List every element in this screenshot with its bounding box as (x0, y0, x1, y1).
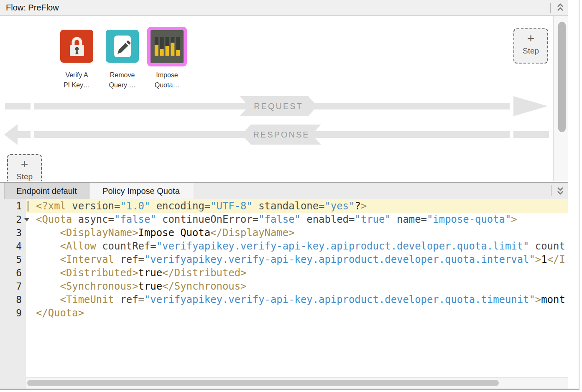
flow-header: Flow: PreFlow (0, 0, 568, 16)
code-lines: 1<?xml version="1.0" encoding="UTF-8" st… (0, 199, 568, 320)
code-line-text: <Allow countRef="verifyapikey.verify-api… (26, 239, 568, 253)
tab-endpoint-default[interactable]: Endpoint default (4, 183, 89, 199)
code-line-text: <DisplayName>Impose Quota</DisplayName> (26, 226, 568, 239)
tabbar-separator (551, 185, 551, 196)
add-step-button-top[interactable]: + Step (513, 28, 548, 64)
scrollbar-thumb[interactable] (558, 22, 566, 132)
code-line[interactable]: 5 <Interval ref="verifyapikey.verify-api… (0, 253, 568, 266)
line-number: 6 (0, 266, 26, 280)
request-label: REQUEST (254, 102, 303, 111)
policy-step-label: ImposeQuota… (140, 70, 194, 90)
plus-icon: + (527, 31, 535, 46)
code-line[interactable]: 8 <TimeUnit ref="verifyapikey.verify-api… (0, 293, 568, 306)
response-bar-stub-left (18, 131, 31, 138)
add-step-button-bottom[interactable]: + Step (7, 154, 42, 181)
code-line-text: <TimeUnit ref="verifyapikey.verify-api-k… (26, 293, 568, 306)
code-line[interactable]: 1<?xml version="1.0" encoding="UTF-8" st… (0, 199, 568, 213)
collapse-down-button[interactable] (555, 185, 565, 196)
tab-policy-impose-quota[interactable]: Policy Impose Quota (89, 183, 193, 199)
code-line[interactable]: 7 <Synchronous>true</Synchronous> (0, 280, 568, 293)
lock-icon (67, 35, 87, 58)
flow-vertical-scrollbar[interactable] (553, 16, 568, 181)
editor-tab-bar: Endpoint defaultPolicy Impose Quota (0, 182, 568, 199)
chevron-double-down-icon (556, 186, 564, 196)
chevron-double-up-icon (556, 3, 564, 13)
code-editor[interactable]: 1<?xml version="1.0" encoding="UTF-8" st… (0, 199, 568, 389)
line-number: 4 (0, 239, 26, 253)
code-line[interactable]: 6 <Distributed>true</Distributed> (0, 266, 568, 280)
window-bottom-border (0, 389, 579, 390)
code-line[interactable]: 3 <DisplayName>Impose Quota</DisplayName… (0, 226, 568, 239)
flow-title: Flow: PreFlow (6, 0, 59, 15)
request-ribbon: REQUEST (240, 96, 317, 116)
code-line-text: </Quota> (26, 306, 568, 320)
header-separator (550, 3, 551, 13)
line-number: 7 (0, 280, 26, 293)
add-step-label: Step (523, 46, 539, 56)
code-line[interactable]: 9</Quota> (0, 306, 568, 320)
line-number: 5 (0, 253, 26, 266)
code-line-text: <Synchronous>true</Synchronous> (26, 280, 568, 293)
flow-diagram-panel: Verify API Key…RemoveQuery …ImposeQuota…… (0, 16, 553, 181)
request-bar-stub (5, 103, 31, 109)
code-line-text: <Distributed>true</Distributed> (26, 266, 568, 280)
hscrollbar-thumb[interactable] (27, 380, 499, 386)
line-number: 9 (0, 306, 26, 320)
editor-horizontal-scrollbar[interactable] (26, 377, 568, 389)
code-line[interactable]: 4 <Allow countRef="verifyapikey.verify-a… (0, 239, 568, 253)
policy-step-verify-api-key[interactable] (60, 30, 93, 63)
add-step-label: Step (16, 172, 33, 181)
response-bar-stub-right (513, 131, 549, 138)
response-arrowhead-icon (4, 124, 18, 145)
equalizer-icon (151, 30, 184, 64)
line-number: 2 (0, 213, 26, 226)
request-arrowhead-icon (513, 96, 548, 116)
response-label: RESPONSE (253, 130, 309, 140)
fold-arrow-icon[interactable] (24, 218, 29, 221)
line-number: 1 (0, 199, 26, 213)
pencil-icon (113, 35, 132, 58)
code-line-text: <?xml version="1.0" encoding="UTF-8" sta… (26, 199, 568, 213)
code-line-text: <Interval ref="verifyapikey.verify-api-k… (26, 253, 568, 266)
code-line[interactable]: 2<Quota async="false" continueOnError="f… (0, 213, 568, 226)
line-number: 3 (0, 226, 26, 239)
proxy-editor-window: Flow: PreFlow Verify API Key…RemoveQuery… (0, 0, 582, 392)
line-number: 8 (0, 293, 26, 306)
plus-icon: + (21, 157, 28, 172)
collapse-up-button[interactable] (555, 2, 565, 13)
text-cursor (28, 201, 28, 211)
response-ribbon: RESPONSE (242, 125, 321, 145)
policy-step-impose-quota[interactable] (151, 30, 184, 63)
code-line-text: <Quota async="false" continueOnError="fa… (26, 213, 568, 226)
policy-step-remove-query[interactable] (106, 30, 139, 63)
window-right-border (579, 0, 579, 390)
